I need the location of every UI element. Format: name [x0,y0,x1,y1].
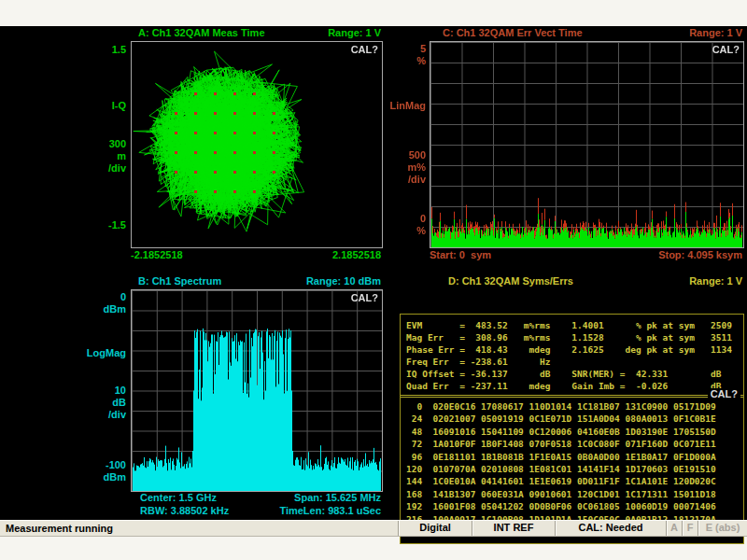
panel-d-table[interactable]: EVM = 483.52 m%rms 1.4001 % pk at sym 25… [400,314,744,544]
panel-b-range: Range: 10 dBm [131,275,381,287]
symbol-hex-table: 0 020E0C16 17080617 110D1014 1C181B07 13… [406,400,716,538]
panel-b-plot[interactable]: CAL? [131,289,383,492]
panel-c-plot[interactable]: CAL? [430,41,744,248]
panel-a-ymin: -1.5 [82,219,126,231]
symbol-row: 48 16091016 15041109 0C120006 04160E0B 1… [406,426,716,438]
error-summary-row: EVM = 483.52 m%rms 1.4001 % pk at sym 25… [406,319,732,331]
status-flag-e-abs: E (abs) [698,521,747,536]
panel-c-ymax: 5 % [396,43,426,67]
panel-a-ymax: 1.5 [82,44,126,56]
symbol-row: 144 1C0E010A 04141601 1E1E0619 0D011F1F … [406,475,716,487]
symbol-row: 24 02021007 05091919 0C1E071D 151A0D04 0… [406,413,716,425]
status-bar: Measurement running Digital INT REF CAL:… [0,520,747,537]
panel-a-xmax: 2.1852518 [131,249,381,261]
symbol-row: 96 0E181101 1B1B081B 1F1E0A15 0B0A0D00 1… [406,451,716,463]
symbol-row: 72 1A010F0F 1B0F1408 070F0518 1C0C080F 0… [406,438,716,450]
error-summary-row: Freq Err = -238.61 Hz [406,356,732,368]
panel-b-ymin: -100 dBm [82,459,126,483]
panel-d-cal-badge: CAL? [708,388,740,399]
error-vector-canvas [430,42,743,247]
panel-c-ymin: 0 % [396,213,426,237]
status-message: Measurement running [0,523,398,534]
panel-d-range: Range: 1 V [400,275,742,287]
status-cell-int-ref[interactable]: INT REF [472,521,555,536]
status-flag-a: A [666,521,682,536]
panel-c-stop: Stop: 4.095 ksym [430,249,742,261]
panel-c-scale-per-div: 500 m% /div [392,149,426,186]
panel-c-cal-badge: CAL? [712,44,740,55]
panel-a-cal-badge: CAL? [351,44,378,55]
error-summary-row: Phase Err = 418.43 mdeg 2.1625 deg pk at… [406,343,732,356]
panel-b-span: Span: 15.625 MHz [131,492,381,504]
panel-b-timelen: TimeLen: 983.1 uSec [131,505,381,517]
status-cell-digital[interactable]: Digital [398,521,472,536]
error-summary-row: IQ Offset = -36.137 dB SNR(MER) = 42.331… [406,368,732,380]
status-flag-f: F [682,521,698,536]
panel-a-trace-format: I-Q [82,100,126,112]
spectrum-canvas [132,290,382,491]
error-summary-row: Quad Err = -237.11 mdeg Gain Imb = -0.02… [406,380,732,392]
panel-b-ymax: 0 dBm [82,291,126,315]
panel-d-separator [401,395,743,398]
error-summary-table: EVM = 483.52 m%rms 1.4001 % pk at sym 25… [406,319,732,392]
panel-b-scale-per-div: 10 dB /div [82,385,126,421]
vsa-app-window: A: Ch1 32QAM Meas Time Range: 1 V CAL? 1… [0,0,747,560]
status-cell-cal-needed[interactable]: CAL: Needed [555,521,666,536]
symbol-row: 120 0107070A 02010808 1E081C01 14141F14 … [406,463,716,475]
symbol-row: 0 020E0C16 17080617 110D1014 1C181B07 13… [406,400,716,413]
panel-b-trace-format: LogMag [75,347,126,359]
vsa-display-area: A: Ch1 32QAM Meas Time Range: 1 V CAL? 1… [0,26,747,520]
panel-a-range: Range: 1 V [131,27,381,39]
panel-c-trace-format: LinMag [374,100,426,112]
panel-a-scale-per-div: 300 m /div [82,138,126,175]
symbol-row: 192 16001F08 05041202 0D0B0F06 0C061805 … [406,500,716,512]
constellation-canvas [132,42,382,247]
panel-c-range: Range: 1 V [430,27,742,39]
error-summary-row: Mag Err = 308.96 m%rms 1.1528 % pk at sy… [406,331,732,343]
symbol-row: 168 141B1307 060E031A 09010601 120C1D01 … [406,488,716,500]
panel-a-plot[interactable]: CAL? [131,41,383,248]
panel-b-cal-badge: CAL? [351,292,378,303]
